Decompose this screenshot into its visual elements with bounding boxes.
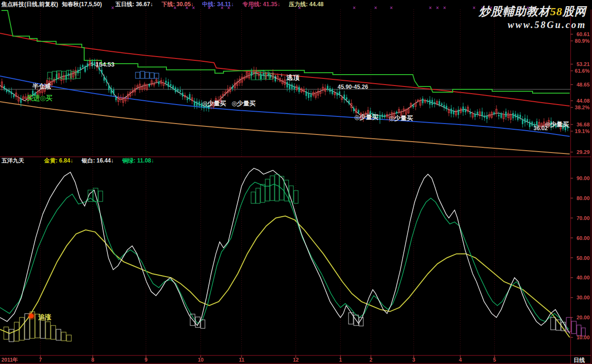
indicator-field-1: 下线: 30.05↓ [162,0,194,9]
svg-text:53.21: 53.21 [576,61,590,67]
svg-text:20.00: 20.00 [576,315,590,320]
price-axis-labels: 60.6180.9%53.2161.6%48.6544.0838.2%36.68… [571,31,590,155]
indicator-name: 知春秋(17,5,50) [62,0,102,9]
header-fields: 五日线: 36.67↓下线: 30.05↓中线: 34.11↓专用线: 41.3… [115,0,323,9]
xaxis-year-label: 2011年 [1,356,18,364]
watermark-url: www.58Gu.com [479,19,586,30]
indicator-field-4: 压力线: 44.48 [289,0,323,9]
svg-text:90.00: 90.00 [576,175,590,181]
pane2-field-1: 银白: 16.44↓ [82,157,114,165]
svg-text:↓: ↓ [90,60,94,67]
indicator-field-2: 中线: 34.11↓ [202,0,234,9]
month-label-9: 9 [145,357,147,363]
watermark: 炒股輔助教材58股网 www.58Gu.com [479,4,586,30]
svg-text:40.00: 40.00 [576,275,590,280]
watermark-highlight: 58 [550,5,563,18]
svg-text:50.00: 50.00 [576,255,590,261]
svg-text:30.00: 30.00 [576,295,590,300]
svg-text:38.2%: 38.2% [575,105,590,110]
svg-text:◎少量买: ◎少量买 [389,115,413,122]
month-axis-labels: 78910111212345 [39,355,496,363]
stock-title: 焦点科技(日线,前复权) [1,0,58,9]
indicator-pane-boxes [4,174,585,342]
svg-text:45.90-45.26: 45.90-45.26 [338,84,368,90]
svg-text:44.08: 44.08 [576,98,590,104]
pane2-header: 五洋九天 金黄: 6.84↓银白: 16.44↓铜绿: 11.08↓ [0,157,571,164]
svg-text:↓: ↓ [280,71,283,78]
svg-text:60.00: 60.00 [576,235,590,241]
indicator-pane [0,168,570,337]
pane2-indicator-name: 五洋九天 [1,157,24,165]
month-label-3: 3 [412,357,415,363]
svg-text:买进◎买: 买进◎买 [27,94,52,102]
svg-text:48.65: 48.65 [576,82,590,87]
month-label-11: 11 [239,357,244,363]
svg-text:10.00: 10.00 [576,335,590,340]
svg-text:80.9%: 80.9% [575,38,590,44]
svg-text:154.53: 154.53 [96,61,115,68]
month-label-5: 5 [493,357,496,363]
svg-text:◎少量买: ◎少量买 [545,121,569,128]
month-label-12: 12 [293,357,299,363]
price-pane-boxes [48,70,273,80]
svg-text:19.1%: 19.1% [575,128,590,134]
svg-text:36.68: 36.68 [576,122,590,127]
svg-text:61.6%: 61.6% [575,68,590,74]
indicator-field-0: 五日线: 36.67↓ [115,0,153,9]
svg-text:◎少量买: ◎少量买 [232,100,255,107]
pane2-field-2: 铜绿: 11.08↓ [122,157,154,165]
month-label-2: 2 [369,357,372,363]
pane2-header-fields: 金黄: 6.84↓银白: 16.44↓铜绿: 11.08↓ [44,157,154,165]
watermark-text2: 股网 [563,5,586,18]
watermark-line1: 炒股輔助教材58股网 [479,4,586,19]
indicator-pane-annotations: 追涨 [28,312,51,321]
svg-text:↓: ↓ [274,73,277,80]
svg-text:70.00: 70.00 [576,215,590,221]
watermark-text: 炒股輔助教材 [479,5,550,18]
svg-text:80.00: 80.00 [576,195,590,201]
svg-text:◎少量买: ◎少量买 [202,100,226,107]
indicator-axis-labels: 90.0080.0070.0060.0050.0040.0030.0020.00… [571,175,590,340]
svg-text:半仓减: 半仓减 [32,83,51,90]
svg-text:29.29: 29.29 [576,149,590,155]
svg-text:◎少量买: ◎少量买 [354,114,378,121]
month-label-10: 10 [198,357,204,363]
pane2-field-0: 金黄: 6.84↓ [44,157,73,165]
xaxis-period-label: 日线 [573,356,585,364]
chart-canvas[interactable]: ↓154.53半仓减买进◎买◎少量买◎少量买↓↓逃顶45.90-45.26◎少量… [0,0,592,364]
month-label-1: 1 [339,357,342,363]
svg-text:逃顶: 逃顶 [286,74,300,81]
trading-app-window: 焦点科技(日线,前复权) 知春秋(17,5,50) 五日线: 36.67↓下线:… [0,0,592,364]
month-label-8: 8 [91,357,94,363]
indicator-field-3: 专用线: 41.35↓ [243,0,280,9]
svg-text:追涨: 追涨 [38,313,51,321]
month-label-4: 4 [459,357,462,363]
month-label-7: 7 [39,357,42,363]
svg-text:60.61: 60.61 [576,31,590,37]
